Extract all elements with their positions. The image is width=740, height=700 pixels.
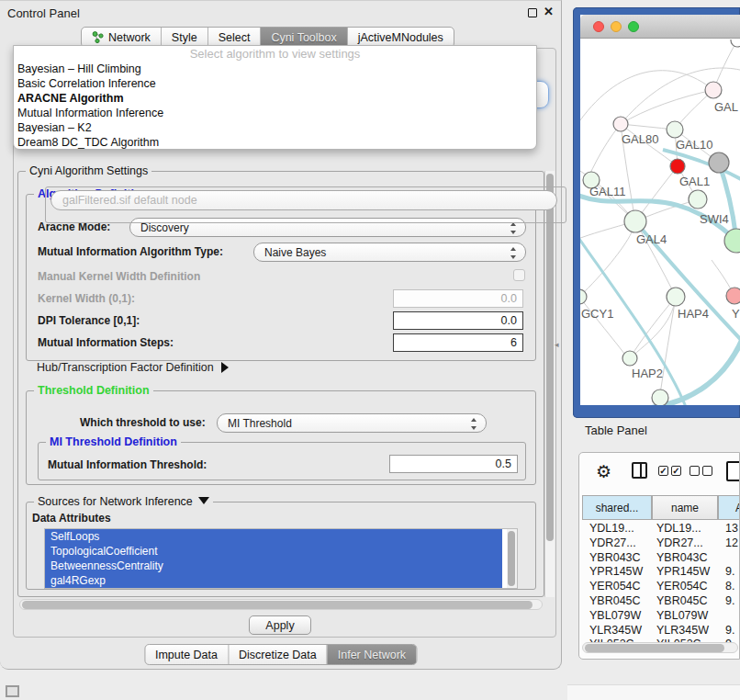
close-window-icon[interactable] bbox=[593, 21, 604, 32]
network-canvas[interactable]: GALGAL80GAL10GAL1GAL11GAL4SWI4GCY1HAP4YH… bbox=[580, 40, 740, 405]
table-row[interactable]: YPR145WYPR145W9. bbox=[582, 565, 740, 580]
mi-type-combo[interactable]: Naive Bayes bbox=[253, 243, 526, 262]
network-node[interactable] bbox=[726, 288, 740, 304]
bottom-strip bbox=[567, 684, 740, 700]
tab-impute-data[interactable]: Impute Data bbox=[145, 645, 229, 664]
algorithm-option[interactable]: ARACNE Algorithm bbox=[14, 91, 536, 106]
tab-label: Impute Data bbox=[155, 649, 218, 661]
column-header-name[interactable]: name bbox=[652, 495, 718, 520]
network-edge[interactable] bbox=[621, 90, 713, 124]
network-node[interactable] bbox=[667, 288, 685, 306]
algorithm-option[interactable]: Dream8 DC_TDC Algorithm bbox=[14, 135, 536, 150]
close-panel-icon[interactable]: ✕ bbox=[544, 5, 554, 18]
network-node[interactable] bbox=[689, 190, 707, 209]
kernel-width-field[interactable]: 0.0 bbox=[393, 289, 523, 308]
tab-discretize-data[interactable]: Discretize Data bbox=[229, 645, 328, 664]
table-cell: YLR345W bbox=[652, 624, 718, 638]
network-node[interactable] bbox=[705, 82, 722, 98]
table-row[interactable]: YDL19...YDL19...13 bbox=[582, 522, 740, 536]
kernel-width-label: Kernel Width (0,1): bbox=[38, 292, 135, 305]
table-source-combo[interactable]: galFiltered.sif default node bbox=[50, 190, 557, 210]
attr-list-scrollbar[interactable] bbox=[507, 529, 517, 589]
mi-threshold-field[interactable]: 0.5 bbox=[389, 455, 518, 473]
mi-steps-field[interactable]: 6 bbox=[393, 333, 523, 352]
network-node[interactable] bbox=[731, 40, 740, 47]
column-layout-icon[interactable] bbox=[632, 462, 647, 479]
unchecked-checkbox-icon[interactable] bbox=[702, 466, 712, 476]
tab-network[interactable]: Network bbox=[82, 28, 162, 47]
algorithm-option[interactable]: Basic Correlation Inference bbox=[14, 76, 536, 91]
attribute-item[interactable]: TopologicalCoefficient bbox=[45, 544, 502, 559]
table-horizontal-scrollbar[interactable] bbox=[582, 642, 738, 653]
table-row[interactable]: YBR043CYBR043C bbox=[582, 551, 740, 566]
tab-infer-network[interactable]: Infer Network bbox=[328, 645, 416, 664]
zoom-window-icon[interactable] bbox=[628, 21, 639, 32]
control-panel-title: Control Panel bbox=[7, 6, 80, 20]
tab-cyni-toolbox[interactable]: Cyni Toolbox bbox=[261, 28, 347, 47]
tab-style[interactable]: Style bbox=[162, 28, 208, 47]
hub-definition-expander[interactable]: Hub/Transcription Factor Definition bbox=[37, 361, 229, 374]
algorithm-option[interactable]: Mutual Information Inference bbox=[14, 106, 536, 120]
network-edge[interactable] bbox=[580, 232, 632, 297]
algorithm-option[interactable]: Bayesian – Hill Climbing bbox=[14, 62, 536, 76]
network-node[interactable] bbox=[652, 390, 668, 405]
which-threshold-combo[interactable]: MI Threshold bbox=[217, 413, 487, 433]
attr-scrollbar-thumb[interactable] bbox=[508, 531, 515, 586]
checked-checkbox-icon[interactable]: ✓ bbox=[658, 466, 668, 476]
unchecked-checkbox-icon[interactable] bbox=[690, 466, 700, 476]
column-header-A[interactable]: A bbox=[718, 495, 740, 520]
file-icon[interactable] bbox=[726, 461, 740, 481]
column-header-shared[interactable]: shared... bbox=[582, 495, 652, 520]
network-edge[interactable] bbox=[580, 297, 624, 354]
network-window-titlebar[interactable] bbox=[580, 15, 740, 39]
apply-button[interactable]: Apply bbox=[249, 615, 311, 635]
network-edge[interactable] bbox=[589, 124, 621, 177]
table-hscroll-thumb[interactable] bbox=[585, 644, 724, 652]
network-edge[interactable] bbox=[621, 68, 740, 124]
settings-vscroll-thumb[interactable] bbox=[546, 174, 554, 541]
tab-select[interactable]: Select bbox=[208, 28, 262, 47]
tab-jactivemnodules[interactable]: jActiveMNodules bbox=[348, 28, 454, 47]
table-cell: YDR27... bbox=[582, 536, 652, 551]
settings-horizontal-scrollbar[interactable] bbox=[19, 599, 543, 610]
dpi-tolerance-field[interactable]: 0.0 bbox=[393, 311, 523, 330]
tab-label: Select bbox=[219, 31, 251, 44]
network-edge[interactable] bbox=[630, 297, 676, 358]
attribute-item[interactable]: gal4RGexp bbox=[45, 573, 502, 588]
checked-checkbox-icon[interactable]: ✓ bbox=[671, 466, 681, 476]
network-node[interactable] bbox=[709, 152, 729, 173]
table-row[interactable]: YLR345WYLR345W9. bbox=[582, 624, 740, 638]
attribute-item[interactable]: SelfLoops bbox=[45, 529, 502, 544]
network-edge[interactable] bbox=[630, 297, 676, 358]
network-node[interactable] bbox=[667, 121, 683, 138]
table-cell: 9. bbox=[718, 565, 740, 580]
table-cell: YBR045C bbox=[652, 594, 718, 609]
sources-group-title[interactable]: Sources for Network Inference bbox=[34, 495, 213, 508]
settings-vertical-scrollbar[interactable] bbox=[544, 171, 555, 597]
network-node[interactable] bbox=[613, 117, 628, 131]
table-cell: YER054C bbox=[652, 580, 718, 594]
table-row[interactable]: YDR27...YDR27...12 bbox=[582, 536, 740, 551]
node-label: GAL4 bbox=[636, 232, 667, 246]
mi-threshold-label: Mutual Information Threshold: bbox=[48, 458, 207, 471]
node-label: SWI4 bbox=[700, 212, 729, 226]
manual-kernel-checkbox[interactable] bbox=[513, 269, 525, 281]
minimize-window-icon[interactable] bbox=[611, 21, 622, 32]
network-node[interactable] bbox=[670, 159, 685, 174]
gear-icon[interactable]: ⚙ bbox=[596, 461, 611, 482]
table-row[interactable]: YBL079WYBL079W bbox=[582, 609, 740, 624]
algorithm-option[interactable]: Bayesian – K2 bbox=[14, 120, 536, 135]
settings-hscroll-thumb[interactable] bbox=[22, 601, 533, 609]
panel-corner-icon[interactable] bbox=[6, 685, 19, 697]
float-panel-icon[interactable] bbox=[528, 8, 537, 17]
network-node[interactable] bbox=[622, 351, 637, 366]
table-row[interactable]: YBR045CYBR045C9. bbox=[582, 594, 740, 609]
table-row[interactable]: YER054CYER054C8. bbox=[582, 580, 740, 594]
threshold-definition-title: Threshold Definition bbox=[34, 384, 153, 397]
node-label: Y bbox=[732, 307, 740, 321]
network-node[interactable] bbox=[580, 289, 587, 304]
network-node[interactable] bbox=[624, 210, 646, 232]
attribute-item[interactable]: BetweennessCentrality bbox=[45, 559, 502, 573]
data-attributes-list[interactable]: SelfLoopsTopologicalCoefficientBetweenne… bbox=[44, 528, 518, 589]
panel-divider-grip[interactable]: ◂ bbox=[555, 340, 559, 349]
